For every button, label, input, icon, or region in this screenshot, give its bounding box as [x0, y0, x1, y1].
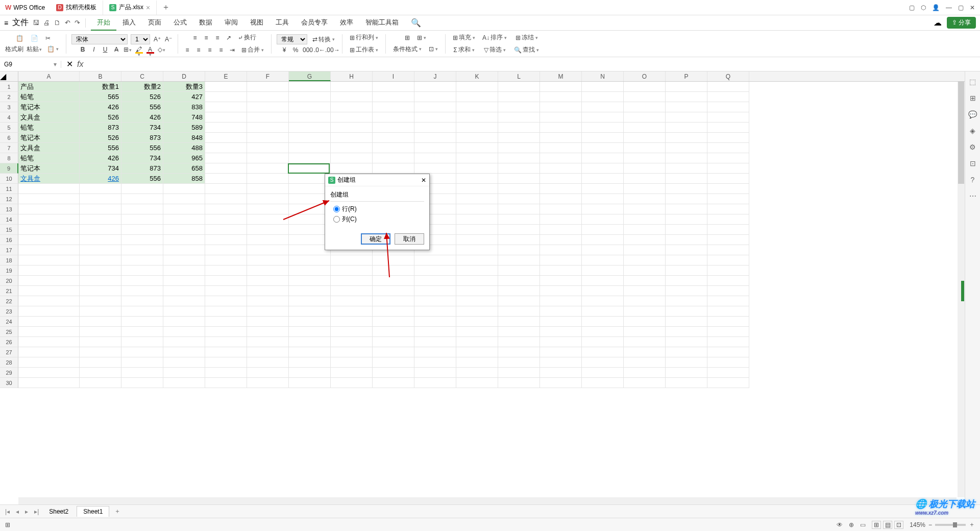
- cell[interactable]: [247, 266, 289, 276]
- cell[interactable]: [247, 153, 289, 163]
- cell[interactable]: [80, 317, 121, 327]
- save-icon[interactable]: 🖫: [33, 19, 39, 27]
- close-button[interactable]: ✕: [970, 4, 975, 11]
- cell[interactable]: [121, 337, 163, 347]
- cell[interactable]: [289, 92, 331, 102]
- cell[interactable]: [540, 306, 582, 317]
- cell[interactable]: [666, 102, 707, 112]
- cell[interactable]: [80, 235, 121, 245]
- cell[interactable]: [331, 133, 373, 143]
- cell[interactable]: [121, 368, 163, 378]
- cell[interactable]: [540, 276, 582, 286]
- cell[interactable]: [624, 102, 666, 112]
- cell[interactable]: [373, 378, 414, 388]
- cell[interactable]: [373, 327, 414, 337]
- cell[interactable]: [80, 266, 121, 276]
- cell[interactable]: [289, 163, 331, 174]
- cell[interactable]: [414, 123, 456, 133]
- cell[interactable]: [247, 102, 289, 112]
- cell[interactable]: [163, 194, 205, 204]
- cell[interactable]: 数量3: [163, 82, 205, 92]
- clear-format-icon[interactable]: ◇: [157, 46, 165, 53]
- cell[interactable]: [707, 296, 749, 306]
- cell[interactable]: [205, 357, 247, 368]
- cell[interactable]: [18, 214, 80, 225]
- cell[interactable]: [624, 276, 666, 286]
- cell[interactable]: [498, 378, 540, 388]
- cell[interactable]: [707, 286, 749, 296]
- cell[interactable]: [707, 235, 749, 245]
- cell[interactable]: [540, 368, 582, 378]
- cell[interactable]: [456, 112, 498, 123]
- cell[interactable]: [331, 306, 373, 317]
- cell[interactable]: [624, 286, 666, 296]
- cell[interactable]: [540, 286, 582, 296]
- find-button[interactable]: 🔍 查找: [512, 44, 541, 55]
- cell[interactable]: [456, 225, 498, 235]
- align-middle-icon[interactable]: ≡: [202, 34, 210, 41]
- cell[interactable]: 文具盒: [18, 174, 80, 184]
- cell[interactable]: [456, 102, 498, 112]
- cell[interactable]: [540, 245, 582, 255]
- cell[interactable]: [163, 357, 205, 368]
- row-header[interactable]: 15: [0, 225, 18, 235]
- cell[interactable]: [498, 235, 540, 245]
- col-header-H[interactable]: H: [331, 71, 373, 81]
- cell[interactable]: [540, 82, 582, 92]
- cell[interactable]: [498, 143, 540, 153]
- font-size-select[interactable]: 11: [131, 34, 150, 44]
- cell[interactable]: [121, 357, 163, 368]
- cell[interactable]: [289, 296, 331, 306]
- tab-close-icon[interactable]: ×: [146, 4, 150, 12]
- cell[interactable]: [624, 245, 666, 255]
- cell[interactable]: [582, 102, 624, 112]
- cell[interactable]: [289, 317, 331, 327]
- cell[interactable]: 556: [121, 143, 163, 153]
- cell[interactable]: [205, 194, 247, 204]
- cell[interactable]: [456, 235, 498, 245]
- zoom-level[interactable]: 145%: [910, 521, 925, 528]
- cell[interactable]: 426: [80, 174, 121, 184]
- cell[interactable]: [540, 204, 582, 214]
- row-col-button[interactable]: ⊞ 行和列: [348, 32, 380, 43]
- row-header[interactable]: 13: [0, 204, 18, 214]
- cell[interactable]: [498, 194, 540, 204]
- col-header-F[interactable]: F: [247, 71, 289, 81]
- col-header-J[interactable]: J: [414, 71, 456, 81]
- cell[interactable]: [624, 378, 666, 388]
- select-icon[interactable]: ⬚: [969, 78, 976, 86]
- cell[interactable]: [456, 245, 498, 255]
- fill-button[interactable]: ⊞ 填充: [451, 32, 477, 43]
- cell[interactable]: [414, 266, 456, 276]
- cell[interactable]: [163, 337, 205, 347]
- table-style-icon[interactable]: ⊞: [403, 33, 412, 42]
- cell[interactable]: [18, 286, 80, 296]
- maximize-button[interactable]: ▢: [958, 4, 964, 11]
- cell[interactable]: 838: [163, 102, 205, 112]
- sort-button[interactable]: A↓ 排序: [480, 32, 509, 43]
- cell[interactable]: [414, 153, 456, 163]
- cell[interactable]: [289, 337, 331, 347]
- cell[interactable]: [540, 214, 582, 225]
- cell[interactable]: [540, 317, 582, 327]
- cell[interactable]: [707, 306, 749, 317]
- vertical-scrollbar[interactable]: [958, 82, 965, 497]
- tab-data[interactable]: 数据: [193, 15, 218, 31]
- cell[interactable]: [624, 204, 666, 214]
- font-color-icon[interactable]: A: [146, 46, 154, 53]
- cell[interactable]: [18, 296, 80, 306]
- cell[interactable]: [163, 266, 205, 276]
- cell[interactable]: [18, 266, 80, 276]
- tab-tools[interactable]: 工具: [270, 15, 295, 31]
- cell[interactable]: [18, 235, 80, 245]
- cell[interactable]: [540, 337, 582, 347]
- cell[interactable]: [331, 255, 373, 266]
- cell[interactable]: [582, 245, 624, 255]
- cell[interactable]: [540, 255, 582, 266]
- align-right-icon[interactable]: ≡: [206, 46, 214, 54]
- cell[interactable]: [666, 296, 707, 306]
- cell[interactable]: [666, 337, 707, 347]
- cell[interactable]: [205, 327, 247, 337]
- cell[interactable]: [373, 317, 414, 327]
- cell[interactable]: [163, 286, 205, 296]
